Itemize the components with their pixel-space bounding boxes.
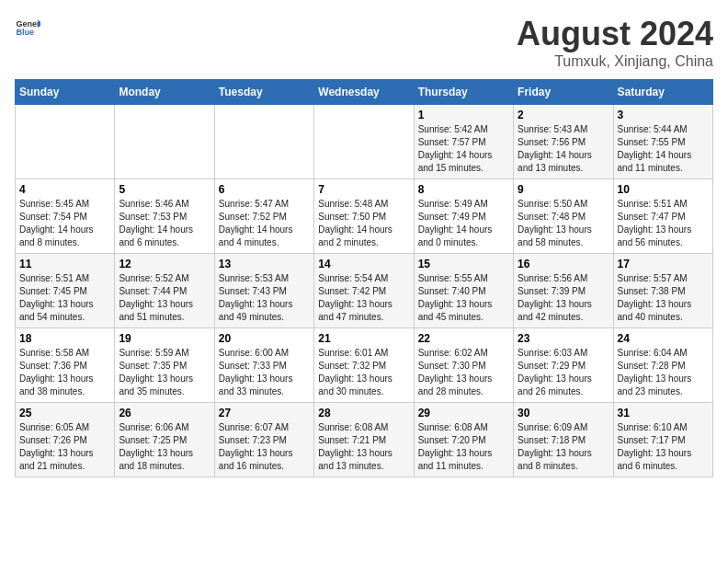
day-detail: Sunrise: 6:07 AM Sunset: 7:23 PM Dayligh… [219, 421, 310, 473]
table-row: 10Sunrise: 5:51 AM Sunset: 7:47 PM Dayli… [613, 179, 712, 254]
table-row: 29Sunrise: 6:08 AM Sunset: 7:20 PM Dayli… [414, 403, 513, 477]
col-saturday: Saturday [613, 80, 712, 105]
day-detail: Sunrise: 5:49 AM Sunset: 7:49 PM Dayligh… [418, 198, 509, 249]
table-row: 1Sunrise: 5:42 AM Sunset: 7:57 PM Daylig… [414, 105, 513, 179]
day-detail: Sunrise: 6:05 AM Sunset: 7:26 PM Dayligh… [19, 421, 110, 473]
table-row: 23Sunrise: 6:03 AM Sunset: 7:29 PM Dayli… [514, 328, 613, 403]
table-row: 22Sunrise: 6:02 AM Sunset: 7:30 PM Dayli… [414, 328, 513, 403]
table-row: 17Sunrise: 5:57 AM Sunset: 7:38 PM Dayli… [613, 254, 712, 328]
table-row: 4Sunrise: 5:45 AM Sunset: 7:54 PM Daylig… [16, 179, 115, 254]
table-row: 15Sunrise: 5:55 AM Sunset: 7:40 PM Dayli… [414, 254, 513, 328]
day-number: 4 [19, 183, 110, 196]
col-monday: Monday [115, 80, 214, 105]
day-detail: Sunrise: 5:51 AM Sunset: 7:45 PM Dayligh… [19, 272, 110, 324]
day-number: 29 [418, 407, 509, 419]
day-number: 1 [418, 109, 509, 121]
table-row: 5Sunrise: 5:46 AM Sunset: 7:53 PM Daylig… [115, 179, 214, 254]
day-detail: Sunrise: 6:06 AM Sunset: 7:25 PM Dayligh… [119, 421, 210, 473]
day-detail: Sunrise: 5:43 AM Sunset: 7:56 PM Dayligh… [518, 123, 609, 175]
day-number: 16 [518, 258, 609, 270]
day-number: 26 [119, 407, 210, 419]
calendar-table: Sunday Monday Tuesday Wednesday Thursday… [15, 79, 713, 477]
table-row: 12Sunrise: 5:52 AM Sunset: 7:44 PM Dayli… [115, 254, 214, 328]
table-row: 31Sunrise: 6:10 AM Sunset: 7:17 PM Dayli… [613, 403, 712, 477]
day-detail: Sunrise: 5:47 AM Sunset: 7:52 PM Dayligh… [219, 198, 310, 249]
table-row [16, 105, 115, 179]
calendar-main-title: August 2024 [517, 15, 713, 53]
day-detail: Sunrise: 6:08 AM Sunset: 7:21 PM Dayligh… [318, 421, 409, 473]
table-row: 18Sunrise: 5:58 AM Sunset: 7:36 PM Dayli… [16, 328, 115, 403]
day-detail: Sunrise: 6:00 AM Sunset: 7:33 PM Dayligh… [219, 347, 310, 398]
day-detail: Sunrise: 6:01 AM Sunset: 7:32 PM Dayligh… [318, 347, 409, 398]
day-number: 18 [19, 332, 110, 345]
day-detail: Sunrise: 5:55 AM Sunset: 7:40 PM Dayligh… [418, 272, 509, 324]
day-detail: Sunrise: 6:02 AM Sunset: 7:30 PM Dayligh… [418, 347, 509, 398]
table-row: 25Sunrise: 6:05 AM Sunset: 7:26 PM Dayli… [16, 403, 115, 477]
day-detail: Sunrise: 5:56 AM Sunset: 7:39 PM Dayligh… [518, 272, 609, 324]
table-row: 20Sunrise: 6:00 AM Sunset: 7:33 PM Dayli… [214, 328, 313, 403]
table-row [115, 105, 214, 179]
table-row [314, 105, 414, 179]
col-friday: Friday [514, 80, 613, 105]
day-detail: Sunrise: 6:04 AM Sunset: 7:28 PM Dayligh… [618, 347, 709, 398]
day-number: 9 [518, 183, 609, 196]
calendar-week-row: 25Sunrise: 6:05 AM Sunset: 7:26 PM Dayli… [16, 403, 713, 477]
table-row: 19Sunrise: 5:59 AM Sunset: 7:35 PM Dayli… [115, 328, 214, 403]
day-number: 24 [618, 332, 709, 345]
day-number: 30 [518, 407, 609, 419]
day-detail: Sunrise: 5:58 AM Sunset: 7:36 PM Dayligh… [19, 347, 110, 398]
day-number: 12 [119, 258, 210, 270]
day-number: 3 [618, 109, 709, 121]
day-number: 2 [518, 109, 609, 121]
table-row: 8Sunrise: 5:49 AM Sunset: 7:49 PM Daylig… [414, 179, 513, 254]
day-number: 15 [418, 258, 509, 270]
col-tuesday: Tuesday [214, 80, 313, 105]
day-detail: Sunrise: 5:46 AM Sunset: 7:53 PM Dayligh… [119, 198, 210, 249]
day-number: 25 [19, 407, 110, 419]
day-detail: Sunrise: 5:50 AM Sunset: 7:48 PM Dayligh… [518, 198, 609, 249]
table-row: 2Sunrise: 5:43 AM Sunset: 7:56 PM Daylig… [514, 105, 613, 179]
day-detail: Sunrise: 6:03 AM Sunset: 7:29 PM Dayligh… [518, 347, 609, 398]
day-detail: Sunrise: 5:53 AM Sunset: 7:43 PM Dayligh… [219, 272, 310, 324]
day-detail: Sunrise: 5:45 AM Sunset: 7:54 PM Dayligh… [19, 198, 110, 249]
day-number: 11 [19, 258, 110, 270]
day-number: 31 [618, 407, 709, 419]
calendar-week-row: 11Sunrise: 5:51 AM Sunset: 7:45 PM Dayli… [16, 254, 713, 328]
col-sunday: Sunday [16, 80, 115, 105]
calendar-week-row: 1Sunrise: 5:42 AM Sunset: 7:57 PM Daylig… [16, 105, 713, 179]
day-number: 27 [219, 407, 310, 419]
calendar-subtitle: Tumxuk, Xinjiang, China [517, 53, 713, 70]
day-number: 14 [318, 258, 409, 270]
day-number: 28 [318, 407, 409, 419]
day-number: 23 [518, 332, 609, 345]
day-number: 8 [418, 183, 509, 196]
page-header: General Blue August 2024 Tumxuk, Xinjian… [15, 15, 713, 70]
col-thursday: Thursday [414, 80, 513, 105]
day-detail: Sunrise: 6:09 AM Sunset: 7:18 PM Dayligh… [518, 421, 609, 473]
day-number: 17 [618, 258, 709, 270]
table-row [214, 105, 313, 179]
day-number: 7 [318, 183, 409, 196]
table-row: 30Sunrise: 6:09 AM Sunset: 7:18 PM Dayli… [514, 403, 613, 477]
calendar-title-area: August 2024 Tumxuk, Xinjiang, China [517, 15, 713, 70]
day-number: 5 [119, 183, 210, 196]
table-row: 11Sunrise: 5:51 AM Sunset: 7:45 PM Dayli… [16, 254, 115, 328]
table-row: 27Sunrise: 6:07 AM Sunset: 7:23 PM Dayli… [214, 403, 313, 477]
table-row: 16Sunrise: 5:56 AM Sunset: 7:39 PM Dayli… [514, 254, 613, 328]
day-detail: Sunrise: 6:10 AM Sunset: 7:17 PM Dayligh… [618, 421, 709, 473]
table-row: 28Sunrise: 6:08 AM Sunset: 7:21 PM Dayli… [314, 403, 414, 477]
day-detail: Sunrise: 5:57 AM Sunset: 7:38 PM Dayligh… [618, 272, 709, 324]
day-detail: Sunrise: 5:54 AM Sunset: 7:42 PM Dayligh… [318, 272, 409, 324]
day-number: 21 [318, 332, 409, 345]
table-row: 24Sunrise: 6:04 AM Sunset: 7:28 PM Dayli… [613, 328, 712, 403]
logo: General Blue [15, 15, 40, 40]
day-number: 13 [219, 258, 310, 270]
day-number: 10 [618, 183, 709, 196]
day-number: 6 [219, 183, 310, 196]
day-detail: Sunrise: 5:59 AM Sunset: 7:35 PM Dayligh… [119, 347, 210, 398]
day-detail: Sunrise: 5:44 AM Sunset: 7:55 PM Dayligh… [618, 123, 709, 175]
table-row: 21Sunrise: 6:01 AM Sunset: 7:32 PM Dayli… [314, 328, 414, 403]
calendar-week-row: 4Sunrise: 5:45 AM Sunset: 7:54 PM Daylig… [16, 179, 713, 254]
svg-text:General: General [16, 19, 40, 29]
table-row: 7Sunrise: 5:48 AM Sunset: 7:50 PM Daylig… [314, 179, 414, 254]
